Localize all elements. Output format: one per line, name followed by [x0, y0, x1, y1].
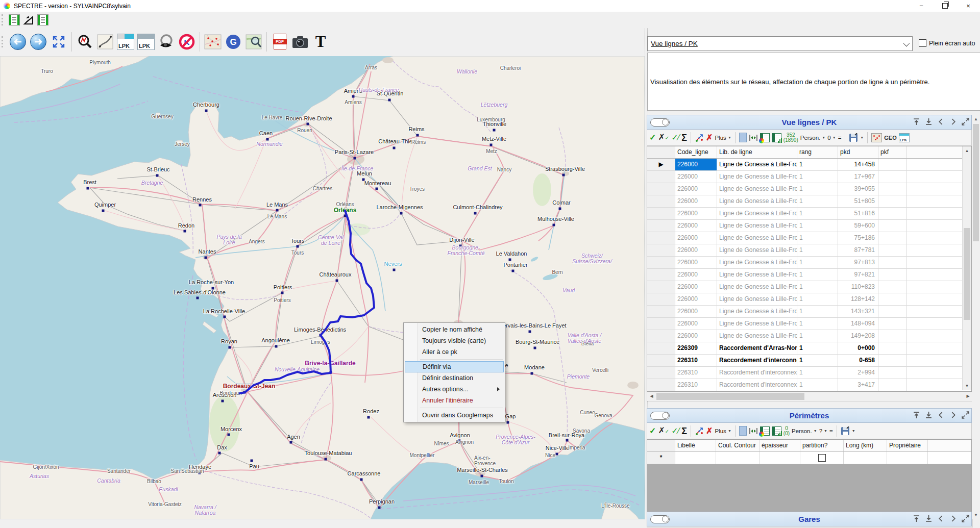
table-row[interactable]: 226000Ligne de Gonesse à Lille-Frontière…	[647, 293, 971, 306]
context-menu-item[interactable]: Annuler l'itinéraire	[405, 395, 504, 406]
geo-button[interactable]: GEO	[884, 135, 896, 141]
table-cell[interactable]: Raccordement d'Arras-Nord	[717, 342, 797, 354]
lpk-view-button[interactable]: LPK	[116, 31, 135, 53]
table-cell[interactable]	[878, 330, 906, 342]
table-row[interactable]: 226309Raccordement d'Arras-Nord10+000	[647, 342, 971, 355]
table-cell[interactable]: 1	[797, 318, 838, 330]
plus-dropdown[interactable]: Plus▼	[715, 428, 731, 434]
table-cell[interactable]: 1	[797, 342, 838, 354]
table-cell[interactable]	[647, 232, 675, 244]
table-cell[interactable]: 226000	[675, 171, 717, 183]
table-cell[interactable]: 1	[797, 208, 838, 219]
text-tool-button[interactable]: T	[311, 31, 330, 53]
check-toggle-icon[interactable]: ✓⁄	[671, 134, 679, 142]
fit-columns-icon[interactable]	[749, 427, 758, 435]
person-dropdown[interactable]: Person.▼	[792, 428, 817, 434]
table-cell[interactable]	[906, 183, 971, 195]
table-cell[interactable]: 51+805	[838, 195, 878, 207]
pin-top-icon[interactable]	[913, 118, 920, 125]
table-cell[interactable]: 226000	[675, 293, 717, 305]
col-coul-contour[interactable]: Coul. Contour	[716, 440, 760, 451]
table-cell[interactable]	[878, 281, 906, 293]
validate-icon[interactable]: ✓	[649, 134, 656, 142]
table-cell[interactable]	[906, 293, 971, 305]
close-button[interactable]: ×	[957, 0, 980, 12]
list-report2-button[interactable]	[36, 14, 50, 26]
table-cell[interactable]: 59+600	[838, 220, 878, 232]
cancel-check-icon[interactable]: ✗✓	[658, 133, 669, 142]
table-cell[interactable]	[647, 355, 675, 366]
context-menu-item[interactable]: Toujours visible (carte)	[405, 335, 504, 346]
table-row[interactable]: 226310Raccordement d'interconnexion nord…	[647, 355, 971, 367]
table-cell[interactable]	[878, 306, 906, 317]
col-epaisseur[interactable]: épaisseur	[760, 440, 800, 451]
scroll-up-arrow[interactable]: ▲	[972, 115, 980, 123]
table-cell[interactable]: 226000	[675, 244, 717, 256]
equals-button[interactable]: =	[829, 428, 833, 434]
col-proprietaire[interactable]: Propriétaire	[887, 440, 928, 451]
save-icon[interactable]	[849, 133, 858, 142]
pin-top-icon[interactable]	[913, 515, 920, 522]
table-cell[interactable]: 39+055	[838, 183, 878, 195]
zoom-extent-button[interactable]	[49, 31, 68, 53]
section-perimetres-toggle[interactable]	[650, 412, 670, 420]
person-dropdown[interactable]: Person.▼	[800, 135, 826, 141]
col-rang[interactable]: rang	[797, 146, 838, 158]
expand-icon[interactable]	[962, 515, 969, 522]
table-row[interactable]: 226000Ligne de Gonesse à Lille-Frontière…	[647, 318, 971, 330]
table-cell[interactable]: Ligne de Gonesse à Lille-Frontière (LG	[717, 281, 797, 293]
partition-checkbox[interactable]	[818, 454, 826, 462]
scatter-arrows-icon[interactable]	[695, 133, 704, 142]
table-row[interactable]: ▶226000Ligne de Gonesse à Lille-Frontièr…	[647, 159, 971, 171]
expand-icon[interactable]	[962, 118, 969, 125]
table-cell[interactable]: 148+094	[838, 318, 878, 330]
lignes-hscrollbar[interactable]: ◀ ▶	[647, 392, 973, 401]
table-cell[interactable]	[878, 269, 906, 281]
back-button[interactable]	[8, 31, 28, 53]
table-cell[interactable]: 1	[797, 367, 838, 379]
context-menu-item[interactable]: Définir via	[405, 361, 504, 372]
google-button[interactable]: G	[224, 31, 243, 53]
table-cell[interactable]	[878, 367, 906, 379]
table-cell[interactable]	[647, 220, 675, 232]
table-cell[interactable]: Ligne de Gonesse à Lille-Frontière (LG	[717, 171, 797, 183]
sum-icon[interactable]: Σ	[681, 134, 687, 142]
table-cell[interactable]	[878, 171, 906, 183]
table-cell[interactable]: Ligne de Gonesse à Lille-Frontière (LG	[717, 195, 797, 207]
col-pkd[interactable]: pkd	[838, 146, 878, 158]
table-cell[interactable]	[906, 257, 971, 268]
table-cell[interactable]	[878, 244, 906, 256]
map-toolbar-grip[interactable]	[2, 36, 6, 47]
table-cell[interactable]: Raccordement d'interconnexion nord-...	[717, 355, 797, 366]
table-cell[interactable]	[906, 330, 971, 342]
scroll-left-arrow[interactable]: ◀	[647, 392, 656, 400]
scroll-up-arrow[interactable]: ▲	[963, 146, 971, 155]
forward-button[interactable]	[29, 31, 48, 53]
table-cell[interactable]: 226000	[675, 208, 717, 219]
table-cell[interactable]: Ligne de Gonesse à Lille-Frontière (LG	[717, 269, 797, 281]
table-cell[interactable]	[647, 342, 675, 354]
table-cell[interactable]: 3+417	[838, 379, 878, 391]
table-cell[interactable]: 149+208	[838, 330, 878, 342]
table-row[interactable]: 226000Ligne de Gonesse à Lille-Frontière…	[647, 330, 971, 342]
table-cell[interactable]: 226000	[675, 159, 717, 170]
table-row[interactable]: 226000Ligne de Gonesse à Lille-Frontière…	[647, 208, 971, 220]
table-cell[interactable]	[647, 281, 675, 293]
table-cell[interactable]	[878, 159, 906, 170]
visibility-button[interactable]	[157, 31, 176, 53]
table-row[interactable]: 226000Ligne de Gonesse à Lille-Frontière…	[647, 244, 971, 257]
table-cell[interactable]	[647, 171, 675, 183]
table-cell[interactable]: 226000	[675, 195, 717, 207]
excel-color-export-icon[interactable]	[760, 426, 770, 436]
table-cell[interactable]: 1	[797, 269, 838, 281]
table-cell[interactable]	[906, 195, 971, 207]
table-row[interactable]: 226000Ligne de Gonesse à Lille-Frontière…	[647, 281, 971, 293]
equals-button[interactable]: =	[838, 135, 842, 141]
cancel-check-icon[interactable]: ✗✓	[658, 426, 669, 436]
table-row[interactable]: 226000Ligne de Gonesse à Lille-Frontière…	[647, 171, 971, 183]
table-row[interactable]: 226000Ligne de Gonesse à Lille-Frontière…	[647, 257, 971, 269]
context-menu-item[interactable]: Ouvrir dans Googlemaps	[405, 410, 504, 421]
table-cell[interactable]: 226000	[675, 183, 717, 195]
table-cell[interactable]	[878, 342, 906, 354]
table-cell[interactable]	[647, 257, 675, 268]
